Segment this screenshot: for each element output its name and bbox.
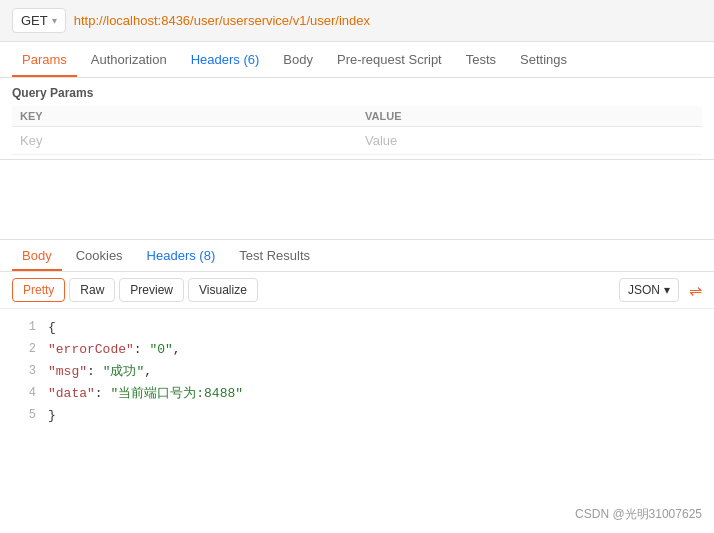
line-number: 2 (8, 339, 36, 359)
value-cell[interactable]: Value (357, 127, 702, 155)
empty-space (0, 160, 714, 240)
json-line-4: 4 "data": "当前端口号为:8488" (0, 383, 714, 405)
response-tab-testresults[interactable]: Test Results (229, 240, 320, 271)
response-tab-body[interactable]: Body (12, 240, 62, 271)
filter-icon[interactable]: ⇌ (689, 281, 702, 300)
preview-button[interactable]: Preview (119, 278, 184, 302)
tab-authorization[interactable]: Authorization (81, 42, 177, 77)
visualize-button[interactable]: Visualize (188, 278, 258, 302)
json-brace-open: { (48, 317, 706, 339)
tab-body[interactable]: Body (273, 42, 323, 77)
tab-prerequest[interactable]: Pre-request Script (327, 42, 452, 77)
json-line-2: 2 "errorCode": "0", (0, 339, 714, 361)
url-input[interactable] (74, 13, 702, 28)
raw-button[interactable]: Raw (69, 278, 115, 302)
json-format-select[interactable]: JSON ▾ (619, 278, 679, 302)
json-format-label: JSON (628, 283, 660, 297)
tab-settings[interactable]: Settings (510, 42, 577, 77)
params-table: KEY VALUE Key Value (12, 106, 702, 155)
response-tab-cookies[interactable]: Cookies (66, 240, 133, 271)
tab-params[interactable]: Params (12, 42, 77, 77)
pretty-button[interactable]: Pretty (12, 278, 65, 302)
url-bar: GET ▾ (0, 0, 714, 42)
json-line-5: 5 } (0, 405, 714, 427)
method-chevron: ▾ (52, 15, 57, 26)
tab-headers[interactable]: Headers (6) (181, 42, 270, 77)
json-line-1: 1 { (0, 317, 714, 339)
json-kv-msg: "msg": "成功", (48, 361, 706, 383)
json-kv-data: "data": "当前端口号为:8488" (48, 383, 706, 405)
response-toolbar: Pretty Raw Preview Visualize JSON ▾ ⇌ (0, 272, 714, 309)
table-row: Key Value (12, 127, 702, 155)
json-chevron: ▾ (664, 283, 670, 297)
line-number: 3 (8, 361, 36, 381)
key-cell[interactable]: Key (12, 127, 357, 155)
response-tab-headers[interactable]: Headers (8) (137, 240, 226, 271)
value-column-header: VALUE (357, 106, 702, 127)
json-kv-errorcode: "errorCode": "0", (48, 339, 706, 361)
json-line-3: 3 "msg": "成功", (0, 361, 714, 383)
response-tabs: Body Cookies Headers (8) Test Results (0, 240, 714, 272)
request-tabs: Params Authorization Headers (6) Body Pr… (0, 42, 714, 78)
line-number: 1 (8, 317, 36, 337)
json-brace-close: } (48, 405, 706, 427)
json-viewer: 1 { 2 "errorCode": "0", 3 "msg": "成功", 4… (0, 309, 714, 435)
tab-tests[interactable]: Tests (456, 42, 506, 77)
request-section: Query Params KEY VALUE Key Value (0, 78, 714, 160)
query-params-label: Query Params (12, 86, 702, 100)
line-number: 5 (8, 405, 36, 425)
key-column-header: KEY (12, 106, 357, 127)
method-label: GET (21, 13, 48, 28)
line-number: 4 (8, 383, 36, 403)
method-select[interactable]: GET ▾ (12, 8, 66, 33)
watermark: CSDN @光明31007625 (575, 506, 702, 523)
